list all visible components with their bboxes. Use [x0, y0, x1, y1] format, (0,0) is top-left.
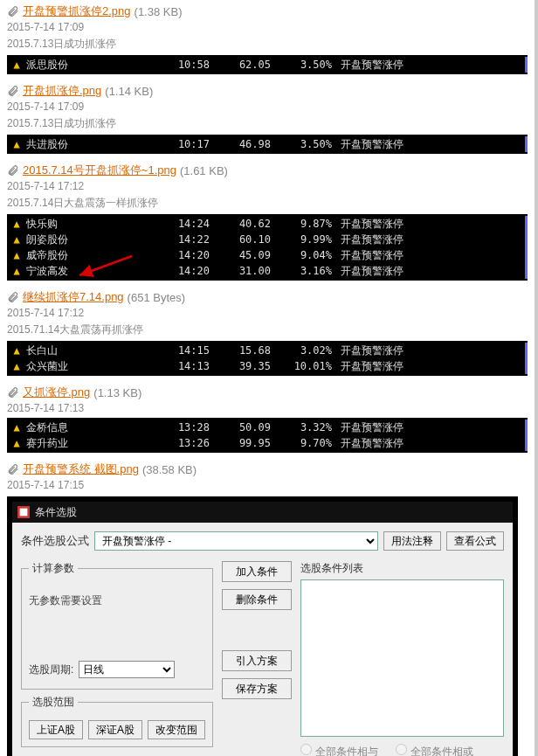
scrollbar-indicator — [525, 232, 528, 247]
stock-time: 10:58 — [148, 59, 210, 71]
stock-pct: 3.16% — [271, 265, 341, 277]
attachment-icon — [7, 164, 19, 177]
stock-name: 赛升药业 — [26, 436, 148, 451]
file-link[interactable]: 开盘预警抓涨停2.png — [23, 3, 131, 19]
file-line: 开盘抓涨停.png (1.14 KB) — [7, 83, 528, 99]
usage-button[interactable]: 用法注释 — [383, 531, 441, 551]
scrollbar-indicator — [525, 263, 528, 279]
stock-label: 开盘预警涨停 — [341, 359, 525, 374]
save-scheme-button[interactable]: 保存方案 — [222, 678, 292, 699]
stock-label: 开盘预警涨停 — [341, 420, 525, 435]
stock-time: 14:15 — [148, 344, 210, 357]
stock-time: 14:22 — [148, 233, 210, 246]
radio-or[interactable]: 全部条件相或 — [396, 744, 473, 756]
stock-pct: 9.04% — [271, 249, 341, 261]
attachment-section: 2015.7.14号开盘抓涨停~1.png (1.61 KB) 2015-7-1… — [7, 163, 528, 281]
stock-price: 60.10 — [210, 233, 271, 246]
stock-name: 宁波高发 — [26, 264, 148, 279]
range-sza-button[interactable]: 深证A股 — [88, 720, 142, 739]
scrollbar-indicator — [525, 247, 528, 263]
file-link[interactable]: 继续抓涨停7.14.png — [23, 289, 124, 305]
change-range-button[interactable]: 改变范围 — [148, 720, 205, 739]
stock-pct: 9.87% — [271, 218, 341, 230]
period-select[interactable]: 日线 — [79, 661, 175, 678]
file-line: 2015.7.14号开盘抓涨停~1.png (1.61 KB) — [7, 163, 528, 178]
attachment-icon — [7, 463, 19, 475]
stock-pct: 3.50% — [271, 138, 341, 150]
formula-select[interactable]: 开盘预警涨停 - — [94, 531, 378, 551]
file-link[interactable]: 开盘预警系统 截图.png — [23, 461, 139, 477]
dialog-titlebar: 条件选股 — [12, 502, 513, 523]
attachment-icon — [7, 5, 19, 17]
stock-label: 开盘预警涨停 — [341, 217, 525, 232]
up-arrow-icon: ▲ — [7, 218, 26, 230]
condition-select-dialog: 条件选股 条件选股公式 开盘预警涨停 - 用法注释 查看公式 计算参数 无参数需… — [7, 496, 518, 756]
stock-price: 15.68 — [210, 344, 271, 357]
stock-pct: 9.70% — [271, 437, 341, 449]
import-scheme-button[interactable]: 引入方案 — [222, 650, 292, 671]
condition-listbox[interactable] — [300, 579, 504, 737]
stock-label: 开盘预警涨停 — [341, 137, 525, 152]
up-arrow-icon: ▲ — [7, 138, 26, 150]
stock-label: 开盘预警涨停 — [341, 264, 525, 279]
stock-price: 39.35 — [210, 360, 271, 372]
stock-price: 31.00 — [210, 265, 271, 277]
file-timestamp: 2015-7-14 17:09 — [7, 101, 528, 113]
range-sha-button[interactable]: 上证A股 — [29, 720, 83, 739]
attachment-icon — [7, 386, 19, 399]
table-row: ▲ 派思股份 10:58 62.05 3.50% 开盘预警涨停 — [7, 57, 528, 73]
stock-pct: 10.01% — [271, 360, 341, 372]
file-caption: 2015.7.14日大盘震荡一样抓涨停 — [7, 196, 528, 211]
scrollbar-indicator — [525, 343, 528, 358]
stock-price: 46.98 — [210, 138, 271, 150]
stock-name: 长白山 — [26, 343, 148, 358]
delete-condition-button[interactable]: 删除条件 — [222, 589, 292, 610]
app-icon — [17, 506, 30, 518]
no-params-text: 无参数需要设置 — [29, 593, 205, 608]
stock-table: ▲ 共进股份 10:17 46.98 3.50% 开盘预警涨停 — [7, 135, 528, 154]
file-line: 开盘预警系统 截图.png (38.58 KB) — [7, 461, 528, 477]
stock-label: 开盘预警涨停 — [341, 248, 525, 263]
radio-and[interactable]: 全部条件相与 — [300, 744, 378, 756]
up-arrow-icon: ▲ — [7, 421, 26, 433]
add-condition-button[interactable]: 加入条件 — [222, 561, 292, 582]
stock-table: ▲ 派思股份 10:58 62.05 3.50% 开盘预警涨停 — [7, 55, 528, 74]
stock-pct: 3.02% — [271, 344, 341, 357]
table-row: ▲ 众兴菌业 14:13 39.35 10.01% 开盘预警涨停 — [7, 358, 528, 374]
stock-time: 14:24 — [148, 218, 210, 230]
up-arrow-icon: ▲ — [7, 437, 26, 449]
condition-list-label: 选股条件列表 — [300, 561, 504, 576]
attachment-section: 继续抓涨停7.14.png (651 Bytes) 2015-7-14 17:1… — [7, 289, 528, 376]
attachment-section: 又抓涨停.png (1.13 KB) 2015-7-14 17:13 ▲ 金桥信… — [7, 385, 528, 453]
file-link[interactable]: 又抓涨停.png — [23, 385, 90, 400]
view-formula-button[interactable]: 查看公式 — [446, 531, 504, 551]
range-legend: 选股范围 — [29, 695, 78, 710]
up-arrow-icon: ▲ — [7, 344, 26, 357]
table-row: ▲ 威帝股份 14:20 45.09 9.04% 开盘预警涨停 — [7, 247, 528, 263]
attachment-section: 开盘预警抓涨停2.png (1.38 KB) 2015-7-14 17:0920… — [7, 3, 528, 74]
stock-time: 14:13 — [148, 360, 210, 372]
file-caption: 2015.7.13日成功抓涨停 — [7, 37, 528, 52]
stock-price: 62.05 — [210, 59, 271, 71]
up-arrow-icon: ▲ — [7, 265, 26, 277]
attachment-section: 开盘抓涨停.png (1.14 KB) 2015-7-14 17:092015.… — [7, 83, 528, 154]
stock-label: 开盘预警涨停 — [341, 232, 525, 247]
file-timestamp: 2015-7-14 17:12 — [7, 307, 528, 319]
stock-name: 朗姿股份 — [26, 232, 148, 247]
stock-pct: 3.50% — [271, 59, 341, 71]
file-link[interactable]: 2015.7.14号开盘抓涨停~1.png — [23, 163, 176, 178]
table-row: ▲ 长白山 14:15 15.68 3.02% 开盘预警涨停 — [7, 343, 528, 358]
stock-price: 40.62 — [210, 218, 271, 230]
stock-time: 13:26 — [148, 437, 210, 449]
table-row: ▲ 朗姿股份 14:22 60.10 9.99% 开盘预警涨停 — [7, 232, 528, 247]
file-line: 继续抓涨停7.14.png (651 Bytes) — [7, 289, 528, 305]
stock-pct: 9.99% — [271, 233, 341, 246]
calc-params-legend: 计算参数 — [29, 561, 78, 576]
formula-label: 条件选股公式 — [21, 533, 89, 549]
table-row: ▲ 共进股份 10:17 46.98 3.50% 开盘预警涨停 — [7, 136, 528, 152]
scrollbar-indicator — [525, 435, 528, 451]
svg-rect-2 — [20, 509, 28, 517]
file-link[interactable]: 开盘抓涨停.png — [23, 83, 101, 99]
stock-table: ▲ 快乐购 14:24 40.62 9.87% 开盘预警涨停 ▲ 朗姿股份 14… — [7, 214, 528, 281]
stock-name: 众兴菌业 — [26, 359, 148, 374]
